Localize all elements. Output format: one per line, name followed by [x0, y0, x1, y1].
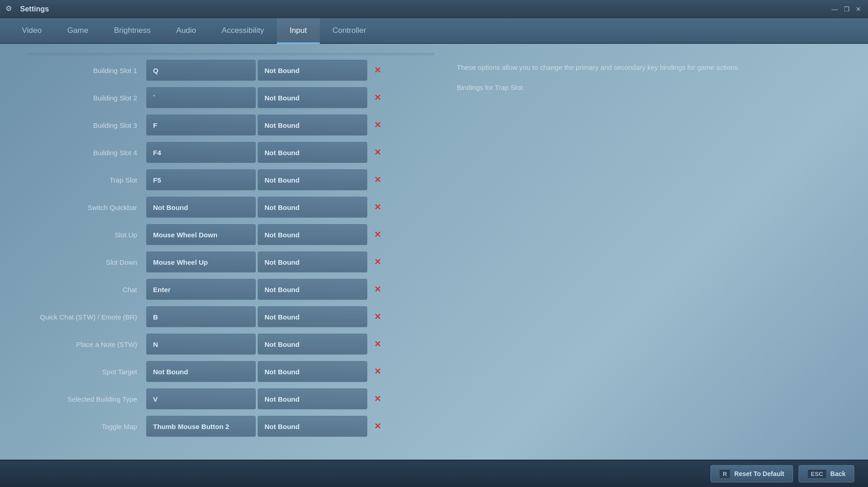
- binding-secondary-slot-up[interactable]: Not Bound: [258, 224, 367, 245]
- binding-clear-chat[interactable]: ✕: [369, 279, 386, 300]
- binding-clear-switch-quickbar[interactable]: ✕: [369, 197, 386, 218]
- binding-primary-building-slot-4[interactable]: F4: [146, 142, 256, 163]
- binding-secondary-selected-building-type[interactable]: Not Bound: [258, 388, 367, 409]
- minimize-button[interactable]: —: [831, 5, 839, 13]
- nav-item-game[interactable]: Game: [54, 18, 101, 44]
- binding-secondary-toggle-map[interactable]: Not Bound: [258, 416, 367, 437]
- binding-primary-quick-chat[interactable]: B: [146, 306, 256, 327]
- window-controls: — ❐ ✕: [831, 5, 863, 13]
- x-icon: ✕: [374, 66, 381, 74]
- binding-label-slot-down: Slot Down: [27, 258, 146, 266]
- binding-label-building-slot-2: Building Slot 2: [27, 94, 146, 102]
- nav-item-controller[interactable]: Controller: [320, 18, 379, 44]
- info-panel: These options allow you to change the pr…: [439, 53, 868, 450]
- binding-secondary-spot-target[interactable]: Not Bound: [258, 361, 367, 382]
- binding-primary-spot-target[interactable]: Not Bound: [146, 361, 256, 382]
- back-label: Back: [831, 470, 846, 477]
- nav-item-audio[interactable]: Audio: [164, 18, 209, 44]
- binding-primary-slot-up[interactable]: Mouse Wheel Down: [146, 224, 256, 245]
- binding-clear-toggle-map[interactable]: ✕: [369, 416, 386, 437]
- nav-item-accessibility[interactable]: Accessibility: [209, 18, 277, 44]
- binding-clear-place-note[interactable]: ✕: [369, 334, 386, 355]
- binding-secondary-trap-slot[interactable]: Not Bound: [258, 169, 367, 190]
- app-title: Settings: [20, 5, 831, 13]
- binding-row-selected-building-type: Selected Building Type V Not Bound ✕: [27, 387, 434, 411]
- x-icon: ✕: [374, 230, 381, 239]
- x-icon: ✕: [374, 94, 381, 102]
- binding-primary-trap-slot[interactable]: F5: [146, 169, 256, 190]
- nav-item-video[interactable]: Video: [9, 18, 54, 44]
- x-icon: ✕: [374, 367, 381, 376]
- main-content: Building Slot 1 Q Not Bound ✕ Building S…: [0, 44, 868, 460]
- info-description: These options allow you to change the pr…: [457, 62, 850, 73]
- close-button[interactable]: ✕: [854, 5, 863, 13]
- binding-primary-building-slot-2[interactable]: `: [146, 87, 256, 108]
- binding-label-switch-quickbar: Switch Quickbar: [27, 204, 146, 211]
- binding-secondary-building-slot-4[interactable]: Not Bound: [258, 142, 367, 163]
- binding-primary-place-note[interactable]: N: [146, 334, 256, 355]
- binding-primary-chat[interactable]: Enter: [146, 279, 256, 300]
- binding-secondary-building-slot-1[interactable]: Not Bound: [258, 60, 367, 81]
- binding-secondary-building-slot-2[interactable]: Not Bound: [258, 87, 367, 108]
- binding-row-place-note: Place a Note (STW) N Not Bound ✕: [27, 332, 434, 356]
- binding-label-selected-building-type: Selected Building Type: [27, 395, 146, 403]
- app-icon: ⚙: [5, 4, 16, 14]
- binding-primary-slot-down[interactable]: Mouse Wheel Up: [146, 251, 256, 272]
- reset-key: R: [719, 469, 730, 479]
- binding-primary-selected-building-type[interactable]: V: [146, 388, 256, 409]
- binding-label-chat: Chat: [27, 286, 146, 293]
- binding-secondary-slot-down[interactable]: Not Bound: [258, 251, 367, 272]
- binding-clear-spot-target[interactable]: ✕: [369, 361, 386, 382]
- binding-clear-building-slot-2[interactable]: ✕: [369, 87, 386, 108]
- binding-secondary-quick-chat[interactable]: Not Bound: [258, 306, 367, 327]
- x-icon: ✕: [374, 285, 381, 293]
- binding-row-switch-quickbar: Switch Quickbar Not Bound Not Bound ✕: [27, 195, 434, 219]
- info-binding-info: Bindings for Trap Slot.: [457, 82, 850, 93]
- binding-primary-toggle-map[interactable]: Thumb Mouse Button 2: [146, 416, 256, 437]
- reset-to-default-button[interactable]: R Reset To Default: [710, 465, 793, 482]
- binding-row-slot-down: Slot Down Mouse Wheel Up Not Bound ✕: [27, 250, 434, 274]
- binding-row-slot-up: Slot Up Mouse Wheel Down Not Bound ✕: [27, 223, 434, 246]
- binding-clear-trap-slot[interactable]: ✕: [369, 169, 386, 190]
- nav-item-input[interactable]: Input: [277, 18, 320, 44]
- binding-clear-building-slot-3[interactable]: ✕: [369, 115, 386, 136]
- binding-primary-building-slot-1[interactable]: Q: [146, 60, 256, 81]
- titlebar: ⚙ Settings — ❐ ✕: [0, 0, 868, 18]
- binding-row-building-slot-2: Building Slot 2 ` Not Bound ✕: [27, 86, 434, 110]
- back-button[interactable]: ESC Back: [799, 465, 854, 482]
- binding-secondary-building-slot-3[interactable]: Not Bound: [258, 115, 367, 136]
- binding-primary-building-slot-3[interactable]: F: [146, 115, 256, 136]
- binding-clear-building-slot-1[interactable]: ✕: [369, 60, 386, 81]
- binding-clear-slot-down[interactable]: ✕: [369, 251, 386, 272]
- binding-clear-quick-chat[interactable]: ✕: [369, 306, 386, 327]
- settings-window: ⚙ Settings — ❐ ✕ Video Game Brightness A…: [0, 0, 868, 487]
- binding-clear-building-slot-4[interactable]: ✕: [369, 142, 386, 163]
- bindings-area[interactable]: Building Slot 1 Q Not Bound ✕ Building S…: [0, 53, 439, 450]
- x-icon: ✕: [374, 121, 381, 129]
- binding-clear-slot-up[interactable]: ✕: [369, 224, 386, 245]
- binding-row-building-slot-4: Building Slot 4 F4 Not Bound ✕: [27, 141, 434, 164]
- binding-label-trap-slot: Trap Slot: [27, 176, 146, 184]
- binding-row-building-slot-3: Building Slot 3 F Not Bound ✕: [27, 113, 434, 137]
- binding-secondary-chat[interactable]: Not Bound: [258, 279, 367, 300]
- x-icon: ✕: [374, 422, 381, 430]
- binding-label-building-slot-3: Building Slot 3: [27, 121, 146, 129]
- binding-secondary-switch-quickbar[interactable]: Not Bound: [258, 197, 367, 218]
- maximize-button[interactable]: ❐: [842, 5, 851, 13]
- nav-item-brightness[interactable]: Brightness: [101, 18, 163, 44]
- binding-row-chat: Chat Enter Not Bound ✕: [27, 278, 434, 301]
- binding-label-place-note: Place a Note (STW): [27, 340, 146, 348]
- x-icon: ✕: [374, 148, 381, 157]
- scroll-fade: [27, 53, 434, 57]
- binding-primary-switch-quickbar[interactable]: Not Bound: [146, 197, 256, 218]
- settings-panel: Building Slot 1 Q Not Bound ✕ Building S…: [0, 44, 868, 460]
- binding-label-slot-up: Slot Up: [27, 231, 146, 239]
- binding-row-trap-slot: Trap Slot F5 Not Bound ✕: [27, 168, 434, 192]
- back-key: ESC: [807, 469, 827, 479]
- binding-label-building-slot-1: Building Slot 1: [27, 67, 146, 74]
- reset-label: Reset To Default: [734, 470, 784, 477]
- binding-row-spot-target: Spot Target Not Bound Not Bound ✕: [27, 360, 434, 383]
- x-icon: ✕: [374, 395, 381, 403]
- binding-clear-selected-building-type[interactable]: ✕: [369, 388, 386, 409]
- binding-secondary-place-note[interactable]: Not Bound: [258, 334, 367, 355]
